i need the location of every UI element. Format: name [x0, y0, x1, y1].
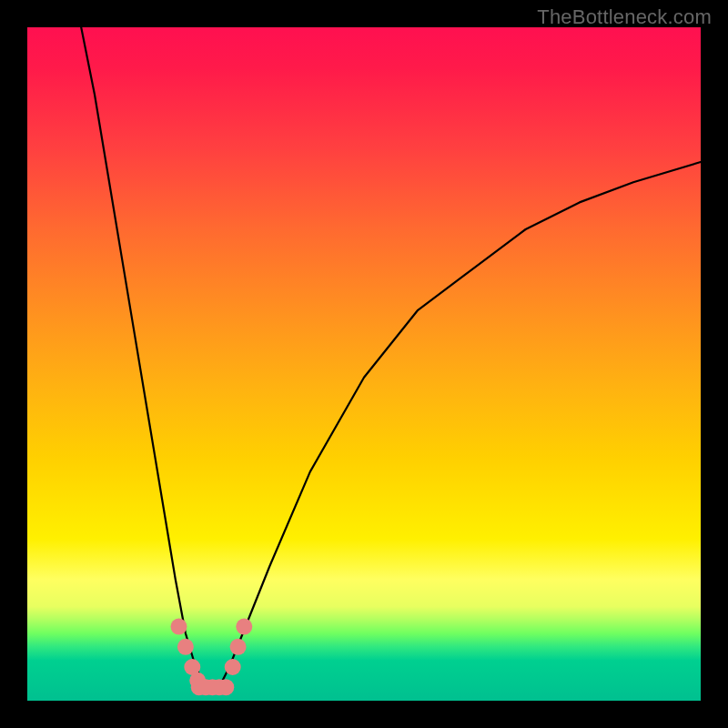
chart-svg: [27, 27, 701, 701]
chart-marker-dot: [225, 659, 241, 675]
chart-plot-area: [27, 27, 701, 701]
chart-marker-dot: [177, 639, 194, 655]
chart-marker-dot: [217, 679, 234, 695]
watermark-text: TheBottleneck.com: [537, 5, 712, 29]
chart-container: TheBottleneck.com: [0, 0, 728, 728]
chart-marker-dot: [236, 619, 252, 635]
chart-marker-dot: [171, 619, 187, 635]
chart-markers: [171, 619, 253, 696]
chart-marker-dot: [230, 639, 247, 655]
chart-curve: [81, 27, 701, 687]
